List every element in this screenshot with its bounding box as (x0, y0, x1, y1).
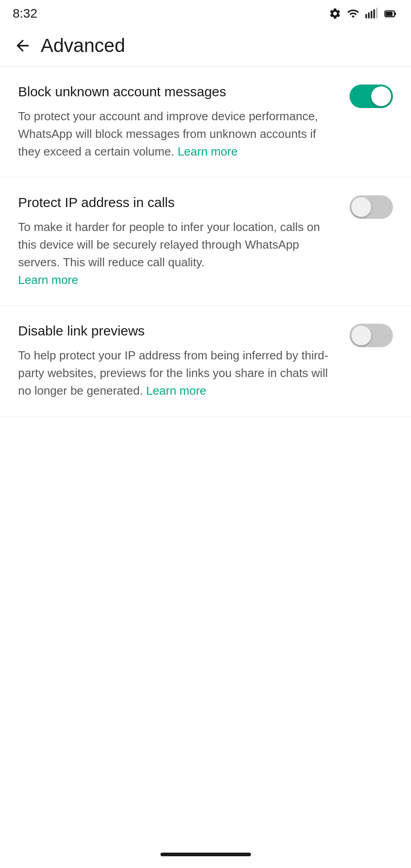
setting-item-block-unknown: Block unknown account messages To protec… (0, 66, 411, 177)
toggle-protect-ip[interactable] (350, 195, 393, 219)
gear-icon (329, 7, 341, 20)
status-bar: 8:32 (0, 0, 411, 25)
page-title: Advanced (41, 35, 125, 57)
setting-desc-protect-ip: To make it harder for people to infer yo… (18, 218, 336, 289)
settings-list: Block unknown account messages To protec… (0, 66, 411, 416)
toggle-thumb-disable-link-previews (351, 326, 371, 345)
learn-more-link-block-unknown[interactable]: Learn more (178, 145, 238, 158)
setting-content-block-unknown: Block unknown account messages To protec… (18, 83, 336, 160)
toggle-thumb-protect-ip (351, 197, 371, 217)
setting-desc-disable-link-previews: To help protect your IP address from bei… (18, 347, 336, 400)
learn-more-link-disable-link-previews[interactable]: Learn more (146, 384, 206, 397)
back-button[interactable] (9, 32, 36, 59)
setting-title-block-unknown: Block unknown account messages (18, 83, 336, 100)
svg-rect-6 (386, 12, 392, 16)
setting-title-protect-ip: Protect IP address in calls (18, 193, 336, 211)
toggle-container-disable-link-previews (350, 322, 393, 347)
wifi-icon (346, 7, 360, 20)
setting-title-disable-link-previews: Disable link previews (18, 322, 336, 340)
setting-content-protect-ip: Protect IP address in calls To make it h… (18, 193, 336, 289)
svg-rect-7 (394, 13, 396, 15)
toggle-disable-link-previews[interactable] (350, 324, 393, 347)
battery-icon (382, 7, 398, 20)
app-bar: Advanced (0, 25, 411, 66)
status-time: 8:32 (13, 6, 38, 21)
svg-rect-1 (368, 13, 370, 19)
toggle-container-block-unknown (350, 83, 393, 108)
toggle-thumb-block-unknown (371, 86, 391, 106)
svg-rect-3 (373, 9, 375, 19)
learn-more-link-protect-ip[interactable]: Learn more (18, 273, 78, 287)
setting-content-disable-link-previews: Disable link previews To help protect yo… (18, 322, 336, 400)
svg-rect-4 (376, 8, 378, 18)
svg-rect-2 (371, 11, 373, 18)
nav-bar (0, 841, 411, 868)
nav-pill (161, 853, 251, 856)
toggle-container-protect-ip (350, 193, 393, 219)
signal-icon (365, 7, 378, 20)
status-icons (326, 7, 398, 20)
back-arrow-icon (14, 37, 32, 55)
setting-desc-block-unknown: To protect your account and improve devi… (18, 108, 336, 160)
setting-item-protect-ip: Protect IP address in calls To make it h… (0, 177, 411, 306)
svg-rect-0 (365, 14, 367, 18)
setting-item-disable-link-previews: Disable link previews To help protect yo… (0, 306, 411, 416)
toggle-block-unknown[interactable] (350, 85, 393, 108)
